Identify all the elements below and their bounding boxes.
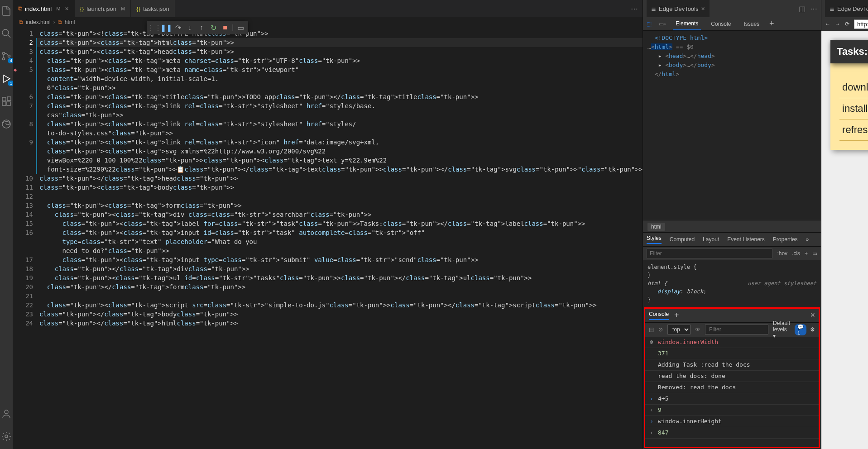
screencast-viewport[interactable]: Tasks: send download edge canary install… xyxy=(821,31,868,449)
inspect-element-icon[interactable]: ⬚ xyxy=(647,21,652,27)
styles-rules[interactable]: element.style { } user agent stylesheeth… xyxy=(643,260,821,306)
screencast-icon[interactable]: ▭ xyxy=(235,23,245,33)
back-icon[interactable]: ← xyxy=(825,21,830,27)
tab-tasks-json[interactable]: {}tasks.json xyxy=(131,0,175,17)
svg-rect-7 xyxy=(7,97,11,100)
styles-filter-input[interactable] xyxy=(647,248,772,258)
breakpoint-icon[interactable]: ◆ xyxy=(14,65,17,74)
run-debug-icon[interactable]: 1 xyxy=(0,72,13,85)
svg-point-1 xyxy=(3,53,5,55)
add-tab-icon[interactable]: + xyxy=(769,19,774,29)
tab-label: index.html xyxy=(25,5,52,12)
svg-rect-6 xyxy=(7,102,10,105)
cls-toggle[interactable]: .cls xyxy=(792,250,800,257)
screencast-panel: ≣Edge DevTools: Screencast× ⋯ ← → ⟳ Desk… xyxy=(821,0,868,449)
drag-handle-icon[interactable]: ⋮⋮ xyxy=(149,23,159,33)
stop-icon[interactable]: ■ xyxy=(220,23,230,33)
tab-issues[interactable]: Issues xyxy=(741,18,762,30)
close-icon[interactable]: × xyxy=(701,5,705,12)
console-output[interactable]: ⊗window.innerWidth 371 Adding Task :read… xyxy=(645,337,819,447)
todo-app: Tasks: send download edge canary install… xyxy=(830,40,868,150)
hov-toggle[interactable]: :hov xyxy=(777,250,787,257)
restart-icon[interactable]: ↻ xyxy=(208,23,218,33)
console-drawer: Console + × ▤ ⊘ top 👁 Default levels ▾ 💬… xyxy=(644,307,820,449)
svg-point-2 xyxy=(3,58,5,60)
context-select[interactable]: top xyxy=(667,325,691,334)
svg-point-10 xyxy=(5,435,8,438)
console-settings-icon[interactable]: ⚙ xyxy=(810,326,815,333)
task-item[interactable]: download edge canary xyxy=(839,77,868,98)
forward-icon[interactable]: → xyxy=(835,21,840,27)
editor-group: ⧉index.htmlM× {}launch.jsonM {}tasks.jso… xyxy=(13,0,643,449)
tab-event-listeners[interactable]: Event Listeners xyxy=(727,236,765,243)
accounts-icon[interactable] xyxy=(0,407,13,420)
device-emulation-icon[interactable]: ▭▫ xyxy=(659,21,666,27)
url-input[interactable] xyxy=(854,19,868,29)
task-item[interactable]: install http-server xyxy=(839,98,868,119)
extensions-icon[interactable] xyxy=(0,95,13,108)
sidebar-toggle-icon[interactable]: ▤ xyxy=(649,326,654,333)
svg-point-9 xyxy=(5,410,8,414)
source-control-icon[interactable]: 4 xyxy=(0,50,13,62)
dom-breadcrumb[interactable]: html xyxy=(643,220,821,233)
tab-launch-json[interactable]: {}launch.jsonM xyxy=(75,0,131,17)
search-icon[interactable] xyxy=(0,27,13,40)
tab-layout[interactable]: Layout xyxy=(703,236,719,243)
dom-tree[interactable]: <!DOCTYPE html> …<html> == $0 ▸ <head>…<… xyxy=(643,31,821,81)
activity-bar: 4 1 xyxy=(0,0,13,449)
more-icon[interactable]: ⋯ xyxy=(810,5,817,13)
console-filter-input[interactable] xyxy=(705,325,768,334)
devtools-panel: ≣Edge DevTools× ◫⋯ ⬚ ▭▫ Elements Console… xyxy=(643,0,821,449)
tab-index-html[interactable]: ⧉index.htmlM× xyxy=(13,0,75,17)
tab-console[interactable]: Console xyxy=(708,18,734,30)
tab-elements[interactable]: Elements xyxy=(673,18,701,30)
settings-gear-icon[interactable] xyxy=(0,430,13,443)
step-over-icon[interactable]: ↷ xyxy=(173,23,183,33)
tab-screencast[interactable]: ≣Edge DevTools: Screencast× xyxy=(825,0,868,17)
task-item[interactable]: refresh devtools xyxy=(839,119,868,141)
svg-rect-5 xyxy=(2,102,6,105)
more-icon[interactable]: ⋯ xyxy=(631,5,638,13)
editor-tabs: ⧉index.htmlM× {}launch.jsonM {}tasks.jso… xyxy=(13,0,643,17)
tab-properties[interactable]: Properties xyxy=(773,236,798,243)
step-into-icon[interactable]: ↓ xyxy=(185,23,195,33)
svg-rect-4 xyxy=(2,97,6,101)
more-icon[interactable]: » xyxy=(806,236,809,243)
tasks-label: Tasks: xyxy=(837,46,868,57)
split-editor-icon[interactable]: ◫ xyxy=(799,5,806,13)
close-drawer-icon[interactable]: × xyxy=(810,310,815,320)
edge-tools-icon[interactable] xyxy=(0,118,13,130)
breadcrumb[interactable]: ⧉index.html›⧉html xyxy=(13,17,643,27)
tab-computed[interactable]: Computed xyxy=(670,236,695,243)
issues-badge[interactable]: 💬 1 xyxy=(795,324,806,335)
live-expression-icon[interactable]: 👁 xyxy=(695,326,700,333)
add-tab-icon[interactable]: + xyxy=(674,310,679,320)
tab-console-drawer[interactable]: Console xyxy=(649,311,669,320)
tab-styles[interactable]: Styles xyxy=(647,235,662,244)
code-editor[interactable]: 1234 ◆5 67 8 9 10111213141516 1718192021… xyxy=(13,27,643,449)
computed-sidebar-icon[interactable]: ▭ xyxy=(812,250,817,257)
clear-console-icon[interactable]: ⊘ xyxy=(658,326,663,333)
svg-point-0 xyxy=(2,29,9,36)
close-icon[interactable]: × xyxy=(65,5,68,12)
tab-label: launch.json xyxy=(86,5,116,12)
tab-label: tasks.json xyxy=(143,5,169,12)
pause-icon[interactable]: ❚❚ xyxy=(161,23,171,33)
svg-point-3 xyxy=(8,55,10,57)
reload-icon[interactable]: ⟳ xyxy=(845,21,849,27)
debug-toolbar: ⋮⋮ ❚❚ ↷ ↓ ↑ ↻ ■ | ▭ xyxy=(147,21,248,34)
explorer-icon[interactable] xyxy=(0,5,13,17)
new-style-rule-icon[interactable]: + xyxy=(805,250,808,257)
step-out-icon[interactable]: ↑ xyxy=(197,23,206,33)
tab-edge-devtools[interactable]: ≣Edge DevTools× xyxy=(647,0,710,17)
